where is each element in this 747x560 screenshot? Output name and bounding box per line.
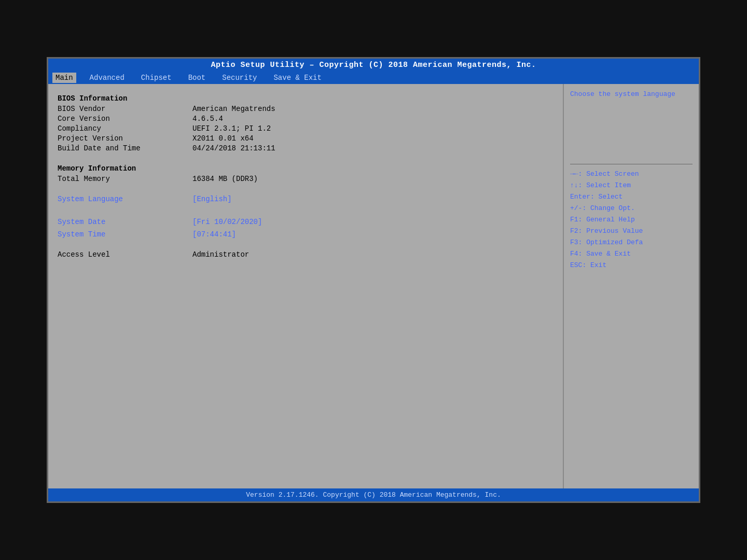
title-text: Aptio Setup Utility – Copyright (C) 2018… — [211, 61, 536, 69]
system-language-value[interactable]: [English] — [192, 195, 232, 203]
access-level-row: Access Level Administrator — [58, 250, 554, 259]
help-key-enter: Enter: Select — [570, 191, 693, 203]
system-date-label: System Date — [58, 218, 192, 226]
nav-chipset[interactable]: Chipset — [138, 73, 175, 83]
system-time-row[interactable]: System Time [07:44:41] — [58, 230, 554, 239]
nav-advanced[interactable]: Advanced — [87, 73, 128, 83]
project-version-row: Project Version X2011 0.01 x64 — [58, 134, 554, 143]
system-date-row[interactable]: System Date [Fri 10/02/2020] — [58, 218, 554, 226]
bios-vendor-label: BIOS Vendor — [58, 105, 192, 113]
access-level-value: Administrator — [192, 250, 249, 259]
help-key-esc: ESC: Exit — [570, 260, 693, 271]
build-date-row: Build Date and Time 04/24/2018 21:13:11 — [58, 144, 554, 152]
core-version-label: Core Version — [58, 115, 192, 123]
bios-vendor-row: BIOS Vendor American Megatrends — [58, 105, 554, 113]
compliancy-row: Compliancy UEFI 2.3.1; PI 1.2 — [58, 124, 554, 133]
right-panel: Choose the system language →←: Select Sc… — [564, 84, 699, 488]
project-version-value: X2011 0.01 x64 — [192, 134, 254, 143]
bios-screen: Aptio Setup Utility – Copyright (C) 2018… — [47, 57, 700, 503]
total-memory-label: Total Memory — [58, 175, 192, 183]
bios-vendor-value: American Megatrends — [192, 105, 275, 113]
screen-outer: Aptio Setup Utility – Copyright (C) 2018… — [0, 0, 747, 560]
help-key-f4: F4: Save & Exit — [570, 248, 693, 260]
system-date-value[interactable]: [Fri 10/02/2020] — [192, 218, 262, 226]
build-date-label: Build Date and Time — [58, 144, 192, 152]
access-level-label: Access Level — [58, 250, 192, 259]
help-key-f2: F2: Previous Value — [570, 226, 693, 237]
title-bar: Aptio Setup Utility – Copyright (C) 2018… — [48, 59, 699, 72]
help-key-select-item: ↑↓: Select Item — [570, 180, 693, 191]
help-key-select-screen: →←: Select Screen — [570, 169, 693, 180]
bios-info-header: BIOS Information — [58, 94, 554, 103]
system-language-row[interactable]: System Language [English] — [58, 195, 554, 203]
core-version-row: Core Version 4.6.5.4 — [58, 115, 554, 123]
footer-bar: Version 2.17.1246. Copyright (C) 2018 Am… — [48, 488, 699, 501]
compliancy-value: UEFI 2.3.1; PI 1.2 — [192, 124, 271, 133]
nav-security[interactable]: Security — [219, 73, 260, 83]
system-time-value[interactable]: [07:44:41] — [192, 230, 236, 239]
help-divider — [570, 164, 693, 164]
build-date-value: 04/24/2018 21:13:11 — [192, 144, 275, 152]
core-version-value: 4.6.5.4 — [192, 115, 223, 123]
project-version-label: Project Version — [58, 134, 192, 143]
main-content: BIOS Information BIOS Vendor American Me… — [48, 84, 699, 488]
footer-text: Version 2.17.1246. Copyright (C) 2018 Am… — [246, 491, 501, 499]
total-memory-value: 16384 MB (DDR3) — [192, 175, 258, 183]
system-time-label: System Time — [58, 230, 192, 239]
help-key-f1: F1: General Help — [570, 214, 693, 226]
left-panel: BIOS Information BIOS Vendor American Me… — [48, 84, 564, 488]
nav-bar: Main Advanced Chipset Boot Security Save… — [48, 72, 699, 84]
memory-info-header: Memory Information — [58, 164, 554, 173]
help-key-change: +/-: Change Opt. — [570, 203, 693, 214]
nav-main[interactable]: Main — [52, 73, 76, 83]
nav-save-exit[interactable]: Save & Exit — [270, 73, 324, 83]
nav-boot[interactable]: Boot — [185, 73, 209, 83]
system-language-label: System Language — [58, 195, 192, 203]
compliancy-label: Compliancy — [58, 124, 192, 133]
help-key-f3: F3: Optimized Defa — [570, 237, 693, 248]
help-text: Choose the system language — [570, 89, 693, 100]
total-memory-row: Total Memory 16384 MB (DDR3) — [58, 175, 554, 183]
